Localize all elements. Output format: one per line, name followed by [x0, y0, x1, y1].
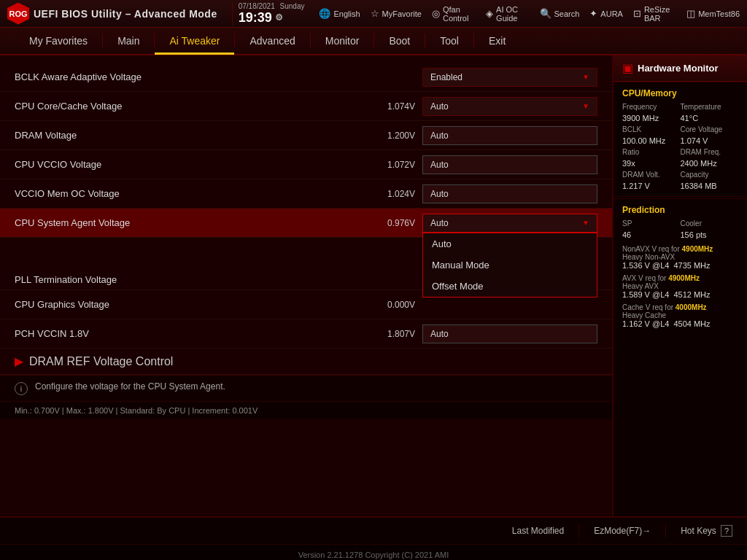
footer-divider — [578, 524, 579, 538]
question-icon[interactable]: ? — [721, 525, 732, 537]
pch-value: 1.807V — [371, 329, 422, 339]
dropdown-option-offset[interactable]: Offset Mode — [423, 276, 597, 297]
vccio-mem-input[interactable]: Auto — [422, 184, 597, 203]
nav-search[interactable]: 🔍 Search — [540, 8, 580, 19]
footer-divider — [665, 524, 666, 538]
ez-mode-button[interactable]: EzMode(F7)→ — [594, 526, 651, 536]
hw-cache-mhz: 4504 MHz — [673, 319, 710, 328]
header-nav: 🌐 English ☆ MyFavorite ◎ Qfan Control ◈ … — [319, 5, 740, 23]
last-modified-button[interactable]: Last Modified — [512, 526, 564, 536]
hw-capacity-label: Capacity — [681, 171, 739, 179]
hw-avx-mhz: 4512 MHz — [673, 290, 710, 299]
vccio-label: CPU VCCIO Voltage — [15, 159, 371, 170]
hw-prediction-grid: SP Cooler 46 156 pts — [614, 218, 747, 244]
tab-favorites[interactable]: My Favorites — [15, 29, 102, 52]
main-nav: My Favorites Main Ai Tweaker Advanced Mo… — [0, 28, 747, 55]
nav-memtest[interactable]: ◫ MemTest86 — [686, 8, 740, 19]
chevron-down-icon: ▼ — [582, 73, 589, 81]
hw-cache-values: 1.162 V @L4 4504 MHz — [622, 319, 738, 328]
hw-cache-right: Heavy Cache — [622, 311, 738, 319]
tab-aitweaker[interactable]: Ai Tweaker — [155, 29, 234, 55]
aura-icon: ✦ — [589, 8, 597, 19]
nav-aioc[interactable]: ◈ AI OC Guide — [486, 5, 529, 23]
pll-label: PLL Termination Voltage — [15, 274, 371, 285]
dram-label: DRAM Voltage — [15, 130, 371, 141]
hw-dramfreq-label: DRAM Freq. — [681, 148, 739, 156]
main-panel: BCLK Aware Adaptive Voltage Enabled ▼ CP… — [0, 55, 612, 516]
dram-input[interactable]: Auto — [422, 126, 597, 145]
hw-nonavx-right: Heavy Non-AVX — [622, 253, 738, 261]
hw-nonavx-block: NonAVX V req for 4900MHz Heavy Non-AVX 1… — [614, 244, 747, 273]
row-vccio: CPU VCCIO Voltage 1.072V Auto — [0, 150, 612, 179]
tab-tool[interactable]: Tool — [425, 29, 473, 52]
hw-dramvolt-label: DRAM Volt. — [622, 171, 681, 179]
hw-dramfreq-value: 2400 MHz — [681, 159, 739, 168]
nav-qfan[interactable]: ◎ Qfan Control — [432, 5, 476, 23]
hw-dramvolt-value: 1.217 V — [622, 182, 681, 190]
bclk-label: BCLK Aware Adaptive Voltage — [15, 71, 371, 82]
hw-temp-value: 41°C — [681, 114, 739, 122]
tab-monitor[interactable]: Monitor — [311, 29, 374, 52]
pch-input[interactable]: Auto — [422, 324, 597, 343]
hot-keys-button[interactable]: Hot Keys ? — [681, 525, 732, 537]
hw-nonavx-label: NonAVX V req for 4900MHz — [622, 245, 738, 253]
cpu-sa-dropdown: Auto Manual Mode Offset Mode — [422, 233, 597, 298]
hw-cache-label: Cache V req for 4000MHz — [622, 303, 738, 311]
chevron-down-icon: ▼ — [582, 102, 589, 110]
tab-main[interactable]: Main — [103, 29, 154, 52]
dram-control: Auto — [422, 126, 597, 145]
row-bclk: BCLK Aware Adaptive Voltage Enabled ▼ — [0, 63, 612, 92]
hw-nonavx-mhz: 4735 MHz — [673, 261, 710, 270]
tab-advanced[interactable]: Advanced — [235, 29, 309, 52]
dropdown-option-manual[interactable]: Manual Mode — [423, 254, 597, 276]
app-title: UEFI BIOS Utility – Advanced Mode — [34, 8, 217, 20]
copyright-bar: Version 2.21.1278 Copyright (C) 2021 AMI — [0, 544, 747, 560]
hw-cache-freq: 4000MHz — [676, 303, 707, 311]
nav-aura[interactable]: ✦ AURA — [589, 8, 623, 19]
bclk-select[interactable]: Enabled ▼ — [422, 68, 597, 87]
tab-exit[interactable]: Exit — [474, 29, 520, 52]
footer: Last Modified EzMode(F7)→ Hot Keys ? — [0, 516, 747, 544]
vccio-input[interactable]: Auto — [422, 155, 597, 174]
hw-ratio-value: 39x — [622, 159, 681, 168]
hw-section-cpu: CPU/Memory — [614, 82, 747, 101]
nav-resizebar[interactable]: ⊡ ReSize BAR — [633, 5, 676, 23]
hw-temp-label: Temperature — [681, 103, 739, 111]
hw-divider — [614, 196, 747, 197]
hw-cache-volt: 1.162 V @L4 — [622, 319, 669, 328]
hw-cpu-grid: Frequency Temperature 3900 MHz 41°C BCLK… — [614, 101, 747, 195]
hw-corevolt-label: Core Voltage — [681, 125, 739, 133]
settings-icon[interactable]: ⚙ — [275, 12, 283, 23]
dropdown-option-auto[interactable]: Auto — [423, 233, 597, 254]
hw-capacity-value: 16384 MB — [681, 182, 739, 190]
date-display: 07/18/2021 Sunday — [239, 2, 305, 10]
pch-label: PCH VCCIN 1.8V — [15, 328, 371, 339]
cpu-graphics-label: CPU Graphics Voltage — [15, 299, 371, 310]
expand-label: DRAM REF Voltage Control — [29, 355, 173, 368]
expand-dram-ref[interactable]: ▶ DRAM REF Voltage Control — [0, 349, 612, 375]
header: ROG UEFI BIOS Utility – Advanced Mode 07… — [0, 0, 747, 28]
nav-myfavorite[interactable]: ☆ MyFavorite — [371, 8, 422, 19]
cpu-core-select[interactable]: Auto ▼ — [422, 97, 597, 116]
search-icon: 🔍 — [540, 8, 551, 19]
expand-icon: ▶ — [15, 354, 23, 368]
hw-ratio-label: Ratio — [622, 148, 681, 156]
bclk-control: Enabled ▼ — [422, 68, 597, 87]
oc-icon: ◈ — [486, 8, 493, 19]
row-dram: DRAM Voltage 1.200V Auto — [0, 121, 612, 150]
cpu-core-control: Auto ▼ — [422, 97, 597, 116]
resize-icon: ⊡ — [633, 8, 641, 19]
cpu-sa-select[interactable]: Auto ▼ — [422, 214, 597, 233]
hw-freq-value: 3900 MHz — [622, 114, 681, 122]
hw-cooler-label: Cooler — [681, 219, 739, 228]
hw-nonavx-volt: 1.536 V @L4 — [622, 261, 669, 270]
hw-sp-value: 46 — [622, 230, 681, 239]
cpu-core-label: CPU Core/Cache Voltage — [15, 101, 371, 112]
row-cpu-core: CPU Core/Cache Voltage 1.074V Auto ▼ — [0, 92, 612, 121]
nav-english[interactable]: 🌐 English — [319, 8, 360, 19]
monitor-icon: ▣ — [622, 61, 633, 75]
memtest-icon: ◫ — [686, 8, 695, 19]
tab-boot[interactable]: Boot — [374, 29, 425, 52]
hw-title: Hardware Monitor — [638, 63, 719, 74]
vccio-mem-value: 1.024V — [371, 189, 422, 199]
